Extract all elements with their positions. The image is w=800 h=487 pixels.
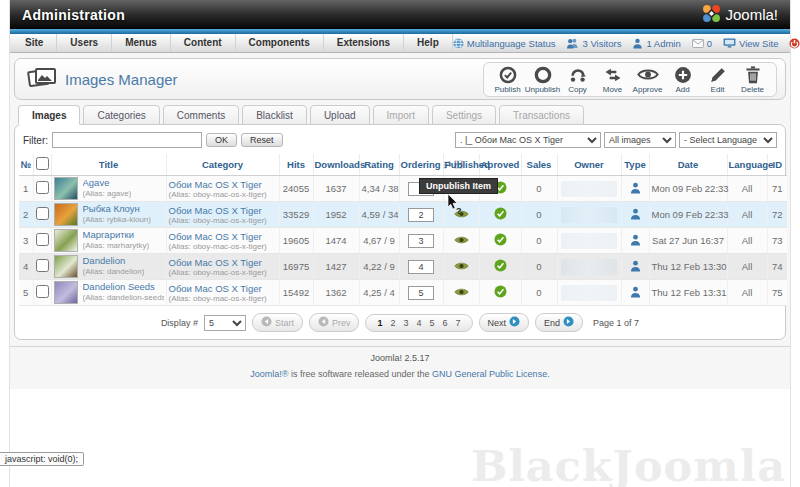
col-owner[interactable]: Owner [557, 154, 621, 176]
approved-check-icon[interactable] [494, 237, 507, 248]
joomla-link[interactable]: Joomla!® [250, 369, 288, 379]
image-thumbnail[interactable] [54, 229, 78, 252]
end-button[interactable]: End [535, 313, 583, 332]
copy-button[interactable]: Copy [560, 66, 595, 94]
filter-ok-button[interactable]: OK [206, 133, 237, 147]
id-value: 73 [767, 228, 787, 254]
menu-item-menus[interactable]: Menus [112, 34, 171, 52]
category-filter-select[interactable]: . |_ Обои Mac OS X Tiger [455, 132, 601, 148]
category-link[interactable]: Обои Mac OS X Tiger [169, 283, 262, 294]
image-title-link[interactable]: Dandelion Seeds [83, 282, 164, 293]
row-checkbox[interactable] [36, 285, 49, 298]
type-user-icon [630, 211, 641, 222]
status-multilanguage-status[interactable]: Multilanguage Status [453, 38, 556, 49]
col-title[interactable]: Title [51, 154, 166, 176]
menu-item-users[interactable]: Users [57, 34, 112, 52]
license-middle: is free software released under the [289, 369, 433, 379]
col-type[interactable]: Type [621, 154, 649, 176]
tab-images[interactable]: Images [18, 105, 80, 125]
image-thumbnail[interactable] [54, 255, 78, 278]
page-number-7[interactable]: 7 [456, 318, 461, 328]
approve-button[interactable]: Approve [630, 66, 665, 94]
status-3-visitors[interactable]: 3 Visitors [566, 38, 621, 49]
menu-item-components[interactable]: Components [236, 34, 324, 52]
col-approved[interactable]: Aproved [479, 154, 521, 176]
status-1-admin[interactable]: 1 Admin [632, 38, 680, 49]
row-checkbox[interactable] [36, 207, 49, 220]
filter-input[interactable] [52, 132, 202, 148]
next-button[interactable]: Next [479, 313, 530, 332]
category-link[interactable]: Обои Mac OS X Tiger [169, 179, 262, 190]
menu-item-site[interactable]: Site [12, 34, 57, 52]
page-number-5[interactable]: 5 [429, 318, 434, 328]
approved-check-icon[interactable] [494, 211, 507, 222]
filter-reset-button[interactable]: Reset [241, 133, 283, 147]
status-view-site[interactable]: View Site [723, 38, 778, 49]
col-published[interactable]: Published [443, 154, 479, 176]
status-log-out[interactable]: Log out [789, 38, 800, 49]
page-number-6[interactable]: 6 [443, 318, 448, 328]
approved-check-icon[interactable] [494, 263, 507, 274]
tab-import[interactable]: Import [373, 105, 429, 125]
page-number-2[interactable]: 2 [390, 318, 395, 328]
row-checkbox[interactable] [36, 181, 49, 194]
edit-button[interactable]: Edit [700, 66, 735, 94]
gpl-link[interactable]: GNU General Public License [432, 369, 547, 379]
prev-button[interactable]: Prev [309, 313, 360, 332]
image-thumbnail[interactable] [54, 177, 78, 200]
menu-item-content[interactable]: Content [171, 34, 236, 52]
row-checkbox[interactable] [36, 233, 49, 246]
menu-item-extensions[interactable]: Extensions [324, 34, 404, 52]
published-eye-icon[interactable] [454, 288, 469, 299]
image-type-filter-select[interactable]: All images [604, 132, 676, 148]
id-value: 72 [767, 202, 787, 228]
published-eye-icon[interactable] [454, 262, 469, 273]
col-language[interactable]: Language [727, 154, 767, 176]
col-rating[interactable]: Rating [359, 154, 399, 176]
publish-button[interactable]: Publish [490, 66, 525, 94]
col-ordering[interactable]: Ordering [399, 154, 443, 176]
move-button[interactable]: Move [595, 66, 630, 94]
tab-comments[interactable]: Comments [163, 105, 239, 125]
version-text: Joomla! 2.5.17 [10, 353, 790, 363]
start-button[interactable]: Start [252, 313, 303, 332]
display-select[interactable]: 5 [204, 315, 246, 331]
page-number-3[interactable]: 3 [403, 318, 408, 328]
approved-check-icon[interactable] [494, 289, 507, 300]
published-eye-icon[interactable] [454, 236, 469, 247]
page-number-1[interactable]: 1 [377, 318, 382, 328]
col-date[interactable]: Date [649, 154, 727, 176]
language-filter-select[interactable]: - Select Language - [679, 132, 777, 148]
category-link[interactable]: Обои Mac OS X Tiger [169, 257, 262, 268]
page-number-4[interactable]: 4 [416, 318, 421, 328]
ordering-input[interactable] [408, 234, 434, 248]
select-all-checkbox[interactable] [36, 157, 49, 170]
category-link[interactable]: Обои Mac OS X Tiger [169, 205, 262, 216]
delete-button[interactable]: Delete [735, 66, 770, 94]
table-row: 4 Dandelion(Alias: dandelion) Обои Mac O… [19, 254, 787, 280]
image-thumbnail[interactable] [54, 281, 78, 304]
category-link[interactable]: Обои Mac OS X Tiger [169, 231, 262, 242]
ordering-input[interactable] [408, 208, 434, 222]
add-button[interactable]: Add [665, 66, 700, 94]
tab-blacklist[interactable]: Blacklist [242, 105, 307, 125]
image-title-link[interactable]: Рыбка Клоун [83, 204, 151, 215]
image-title-link[interactable]: Dandelion [83, 256, 145, 267]
tab-upload[interactable]: Upload [310, 105, 370, 125]
col-hits[interactable]: Hits [279, 154, 313, 176]
col-category[interactable]: Category [166, 154, 279, 176]
tab-categories[interactable]: Categories [83, 105, 159, 125]
image-title-link[interactable]: Agave [83, 178, 132, 189]
col-sales[interactable]: Sales [521, 154, 557, 176]
ordering-input[interactable] [408, 260, 434, 274]
image-title-link[interactable]: Маргаритки [83, 230, 150, 241]
unpublish-button[interactable]: Unpublish [525, 66, 560, 94]
menu-item-help[interactable]: Help [404, 34, 453, 52]
tab-settings[interactable]: Settings [432, 105, 496, 125]
row-checkbox[interactable] [36, 259, 49, 272]
tab-transactions[interactable]: Transactions [499, 105, 584, 125]
ordering-input[interactable] [408, 286, 434, 300]
image-thumbnail[interactable] [54, 203, 78, 226]
col-downloads[interactable]: Downloads [313, 154, 359, 176]
status-0[interactable]: 0 [692, 38, 712, 49]
